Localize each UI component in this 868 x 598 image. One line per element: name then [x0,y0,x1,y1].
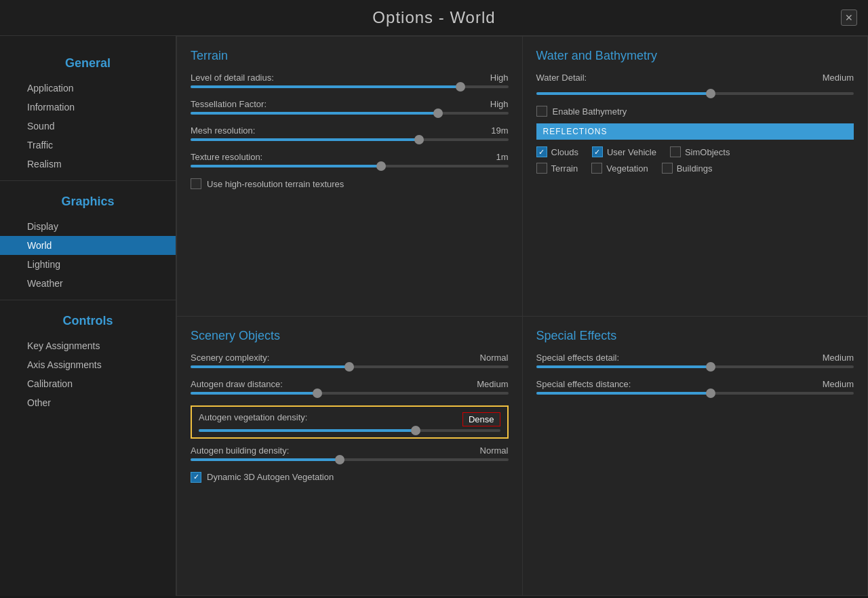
sidebar-item-key-assignments[interactable]: Key Assignments [0,336,176,355]
sidebar-item-lighting[interactable]: Lighting [0,255,176,274]
sidebar-item-information[interactable]: Information [0,98,176,117]
content-area: Terrain Level of detail radius: High Tes… [176,36,868,596]
terrain-label: Terrain [551,163,578,174]
special-effects-detail-slider: Special effects detail: Medium [536,353,854,368]
clouds-checkbox[interactable]: ✓ [536,146,547,157]
terrain-title: Terrain [191,49,509,63]
scenery-objects-panel: Scenery Objects Scenery complexity: Norm… [177,317,522,596]
autogen-building-density-slider: Autogen building density: Normal [191,445,509,461]
water-detail-row: Water Detail: Medium [536,73,854,83]
sidebar-item-axis-assignments[interactable]: Axis Assignments [0,355,176,374]
reflections-row-2: Terrain Vegetation Buildings [536,163,854,174]
autogen-vegetation-density-track[interactable] [199,429,500,432]
simobjects-reflection: SimObjects [670,146,730,157]
sidebar-item-world[interactable]: World [0,236,176,255]
autogen-building-density-track[interactable] [191,458,509,461]
special-effects-detail-value: Medium [823,353,854,363]
enable-bathymetry-label: Enable Bathymetry [553,106,627,117]
sidebar: GeneralApplicationInformationSoundTraffi… [0,36,176,596]
water-detail-value: Medium [823,73,854,83]
water-detail-label: Water Detail: [536,73,587,83]
reflections-header: REFLECTIONS [536,123,854,140]
scenery-complexity-label: Scenery complexity: [191,353,269,363]
high-res-textures-row: Use high-resolution terrain textures [191,178,509,189]
texture-resolution-label: Texture resolution: [191,152,262,162]
texture-resolution-track[interactable] [191,165,509,167]
mesh-resolution-value: 19m [491,125,508,136]
user-vehicle-checkbox[interactable]: ✓ [592,146,603,157]
sidebar-divider-1 [0,300,176,300]
special-effects-title: Special Effects [536,329,854,343]
autogen-draw-distance-slider: Autogen draw distance: Medium [191,379,509,395]
terrain-panel: Terrain Level of detail radius: High Tes… [177,37,522,316]
water-bathymetry-panel: Water and Bathymetry Water Detail: Mediu… [523,37,868,316]
autogen-draw-distance-label: Autogen draw distance: [191,379,283,389]
tessellation-track[interactable] [191,112,509,115]
sidebar-item-realism[interactable]: Realism [0,155,176,174]
mesh-resolution-track[interactable] [191,138,509,141]
clouds-label: Clouds [551,147,578,157]
main-layout: GeneralApplicationInformationSoundTraffi… [0,36,868,596]
scenery-complexity-track[interactable] [191,365,509,368]
close-button[interactable]: ✕ [841,9,857,26]
high-res-textures-checkbox[interactable] [191,178,201,189]
autogen-draw-distance-track[interactable] [191,392,509,395]
dynamic-vegetation-row: ✓ Dynamic 3D Autogen Vegetation [191,472,509,483]
mesh-resolution-slider: Mesh resolution: 19m [191,125,509,141]
vegetation-reflection: Vegetation [591,163,648,174]
scenery-complexity-slider: Scenery complexity: Normal [191,353,509,368]
user-vehicle-label: User Vehicle [607,147,656,157]
water-title: Water and Bathymetry [536,49,854,63]
sidebar-item-traffic[interactable]: Traffic [0,136,176,155]
reflections-row-1: ✓ Clouds ✓ User Vehicle SimObjects [536,146,854,157]
sidebar-item-other[interactable]: Other [0,393,176,412]
tessellation-slider: Tessellation Factor: High [191,99,509,115]
sidebar-section-title-2: Controls [0,307,176,336]
tessellation-value: High [490,99,509,109]
sidebar-item-calibration[interactable]: Calibration [0,374,176,393]
terrain-reflection: Terrain [536,163,578,174]
texture-resolution-value: 1m [496,152,508,162]
special-effects-distance-label: Special effects distance: [536,379,631,389]
autogen-building-density-value: Normal [480,445,509,456]
window-title: Options - World [372,8,495,26]
dynamic-vegetation-label: Dynamic 3D Autogen Vegetation [207,472,334,482]
autogen-building-density-label: Autogen building density: [191,445,289,456]
high-res-textures-label: Use high-resolution terrain textures [207,179,344,189]
buildings-label: Buildings [677,163,713,174]
special-effects-detail-label: Special effects detail: [536,353,620,363]
lod-radius-slider: Level of detail radius: High [191,73,509,88]
terrain-checkbox[interactable] [536,163,547,174]
title-bar: Options - World ✕ [0,0,868,36]
special-effects-distance-value: Medium [823,379,854,389]
simobjects-checkbox[interactable] [670,146,681,157]
lod-radius-value: High [490,73,509,83]
sidebar-item-display[interactable]: Display [0,217,176,236]
scenery-title: Scenery Objects [191,329,509,343]
buildings-reflection: Buildings [662,163,713,174]
special-effects-distance-slider: Special effects distance: Medium [536,379,854,395]
scenery-complexity-value: Normal [480,353,509,363]
user-vehicle-reflection: ✓ User Vehicle [592,146,656,157]
texture-resolution-slider: Texture resolution: 1m [191,152,509,167]
dynamic-vegetation-checkbox[interactable]: ✓ [191,472,201,483]
sidebar-section-title-1: Graphics [0,188,176,217]
sidebar-divider-0 [0,180,176,181]
autogen-vegetation-density-row: Autogen vegetation density: Dense [191,405,509,439]
special-effects-panel: Special Effects Special effects detail: … [523,317,868,596]
mesh-resolution-label: Mesh resolution: [191,125,255,136]
sidebar-section-title-0: General [0,49,176,79]
clouds-reflection: ✓ Clouds [536,146,578,157]
enable-bathymetry-checkbox[interactable] [536,106,547,117]
lod-radius-track[interactable] [191,85,509,88]
special-effects-detail-track[interactable] [536,365,854,368]
sidebar-item-sound[interactable]: Sound [0,117,176,136]
buildings-checkbox[interactable] [662,163,673,174]
vegetation-checkbox[interactable] [591,163,602,174]
sidebar-item-application[interactable]: Application [0,79,176,98]
autogen-vegetation-density-label: Autogen vegetation density: [199,412,307,426]
special-effects-distance-track[interactable] [536,392,854,395]
sidebar-item-weather[interactable]: Weather [0,274,176,293]
water-detail-track[interactable] [536,92,854,95]
lod-radius-label: Level of detail radius: [191,73,274,83]
